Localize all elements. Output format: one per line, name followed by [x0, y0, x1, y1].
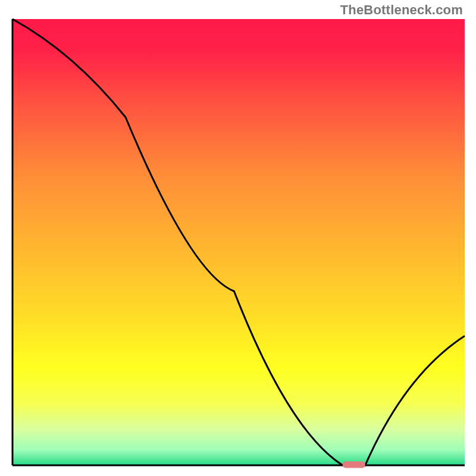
bottleneck-chart: TheBottleneck.com	[0, 0, 476, 476]
plot-background	[12, 19, 465, 465]
optimum-marker	[343, 462, 365, 468]
chart-svg	[0, 0, 476, 476]
